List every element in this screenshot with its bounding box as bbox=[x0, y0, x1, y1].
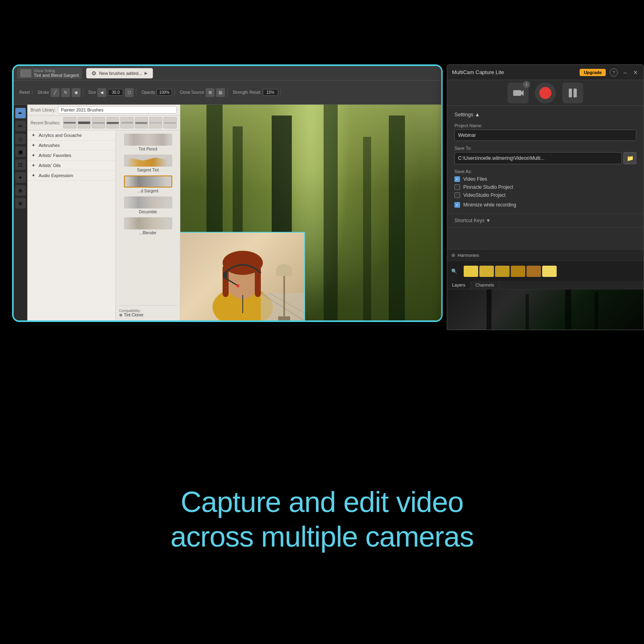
brush-name-chip: Clone Tinting Tint and Blend Sargent bbox=[17, 68, 82, 79]
swatch-3[interactable] bbox=[495, 266, 510, 277]
painter-info-bar: Clone Tinting Tint and Blend Sargent ⚙ N… bbox=[14, 66, 441, 80]
category-audio[interactable]: ✦ Audio Expression bbox=[27, 171, 116, 181]
settings-header: Settings ▲ bbox=[454, 111, 636, 118]
recent-brush-3[interactable] bbox=[92, 117, 105, 128]
clone-source-btn1[interactable]: ⊞ bbox=[206, 88, 215, 97]
recent-brush-8[interactable] bbox=[163, 117, 177, 128]
brush-preview-blend-sargent[interactable]: ...d Sargent bbox=[119, 175, 177, 193]
brush-preview-sargent-tint[interactable]: Sargent Tint bbox=[119, 155, 177, 172]
camera-indicator: 2 bbox=[508, 83, 528, 103]
stroke-btn-2[interactable]: ↻ bbox=[61, 88, 70, 97]
channels-tab[interactable]: Channels bbox=[471, 281, 499, 289]
category-label: Airbrushes bbox=[39, 143, 60, 148]
shape-tool[interactable]: ◇ bbox=[15, 134, 26, 144]
transform-tool[interactable]: ✦ bbox=[15, 172, 26, 183]
save-to-input[interactable] bbox=[454, 152, 622, 164]
help-button[interactable]: ? bbox=[610, 68, 618, 76]
resat-value[interactable]: 15% bbox=[263, 89, 278, 96]
browse-button[interactable]: 📁 bbox=[623, 152, 636, 164]
record-toolbar: 2 bbox=[447, 80, 644, 106]
settings-title: Settings ▲ bbox=[454, 111, 480, 118]
save-to-label: Save To: bbox=[454, 146, 636, 151]
brush-preview-tint-pencil[interactable]: Tint Pencil bbox=[119, 134, 177, 151]
brush-stroke-preview bbox=[124, 134, 172, 146]
caption-line2: across multiple cameras bbox=[170, 519, 473, 554]
svg-rect-12 bbox=[513, 90, 521, 96]
eyedropper-tool[interactable]: ⊕ bbox=[15, 185, 26, 196]
category-oils[interactable]: ✦ Artists' Oils bbox=[27, 161, 116, 171]
svg-point-7 bbox=[236, 284, 239, 287]
category-airbrushes[interactable]: ✦ Airbrushes bbox=[27, 140, 116, 151]
stroke-btn-1[interactable]: ╱ bbox=[51, 88, 60, 97]
brush-preview-name: ...Blender bbox=[139, 231, 157, 235]
stroke-btn-3[interactable]: ◉ bbox=[72, 88, 80, 97]
shortcut-keys-header[interactable]: Shortcut Keys ▼ bbox=[447, 214, 644, 228]
swatch-2[interactable] bbox=[479, 266, 494, 277]
swatch-4[interactable] bbox=[511, 266, 525, 277]
multicam-window: MultiCam Capture Lite Upgrade ? – ✕ 2 bbox=[447, 64, 644, 330]
pinnacle-project-row: Pinnacle Studio Project bbox=[454, 184, 636, 190]
record-button[interactable] bbox=[535, 83, 556, 103]
brush-preview-blender[interactable]: ...Blender bbox=[119, 217, 177, 235]
layers-channels-bar: Layers Channels bbox=[447, 281, 644, 289]
dark-preview: Dana Diamond bbox=[447, 289, 644, 330]
close-button[interactable]: ✕ bbox=[632, 69, 639, 76]
lamp-shade bbox=[276, 264, 292, 276]
resat-label: Resat: bbox=[250, 90, 261, 95]
selection-tool[interactable]: ⊡ bbox=[15, 159, 26, 170]
zoom-tool[interactable]: ⊗ bbox=[15, 198, 26, 208]
minimize-button[interactable]: – bbox=[622, 69, 628, 76]
shortcut-keys-label: Shortcut Keys ▼ bbox=[454, 218, 491, 223]
eyedropper-icon[interactable]: 🔍 bbox=[451, 268, 457, 274]
recent-brush-6[interactable] bbox=[135, 117, 148, 128]
strength-label: Strength bbox=[233, 90, 248, 95]
pinnacle-project-label: Pinnacle Studio Project bbox=[463, 184, 513, 190]
video-files-checkbox[interactable] bbox=[454, 176, 460, 182]
pinnacle-project-checkbox[interactable] bbox=[454, 184, 460, 190]
layers-tab[interactable]: Layers bbox=[447, 281, 471, 289]
lamp bbox=[276, 256, 292, 320]
brush-preview-name: ...d Sargent bbox=[138, 189, 159, 193]
brush-preview-decumble[interactable]: Decumble bbox=[119, 196, 177, 214]
minimize-checkbox[interactable] bbox=[454, 202, 460, 208]
videostudio-project-checkbox[interactable] bbox=[454, 192, 460, 198]
brush-thumbnail bbox=[20, 69, 31, 77]
canvas-area[interactable] bbox=[180, 105, 441, 320]
fill-tool[interactable]: ▣ bbox=[15, 147, 26, 157]
size-icon[interactable]: ⬡ bbox=[125, 88, 134, 97]
upgrade-button[interactable]: Upgrade bbox=[580, 69, 606, 76]
recent-brush-5[interactable] bbox=[120, 117, 134, 128]
videostudio-project-label: VideoStudio Project bbox=[463, 192, 506, 198]
brush-name: Tint and Blend Sargent bbox=[34, 73, 79, 78]
pencil-tool[interactable]: ✏ bbox=[15, 121, 26, 131]
swatch-1[interactable] bbox=[464, 266, 478, 277]
window-title: MultiCam Capture Lite bbox=[452, 69, 576, 75]
stroke-label: Stroke bbox=[37, 90, 49, 95]
brush-preview-name: Tint Pencil bbox=[138, 147, 157, 151]
project-name-input[interactable] bbox=[454, 130, 636, 141]
recent-brush-1[interactable] bbox=[63, 117, 76, 128]
brush-tool[interactable]: ✒ bbox=[15, 108, 26, 118]
size-decrease[interactable]: ◀ bbox=[97, 88, 106, 97]
category-acrylics[interactable]: ✦ Acrylics and Gouache bbox=[27, 130, 116, 140]
recent-brush-2[interactable] bbox=[78, 117, 91, 128]
pause-bar-1 bbox=[569, 89, 572, 97]
video-files-row: Video Files bbox=[454, 176, 636, 182]
new-brushes-popup[interactable]: ⚙ New brushes added... ▶ bbox=[86, 68, 153, 78]
brush-preview-name: Decumble bbox=[139, 210, 157, 214]
pause-button[interactable] bbox=[562, 83, 583, 103]
swatch-5[interactable] bbox=[526, 266, 541, 277]
category-favorites[interactable]: ✦ Artists' Favorites bbox=[27, 151, 116, 161]
opacity-value[interactable]: 100% bbox=[157, 89, 172, 96]
swatch-6[interactable] bbox=[542, 266, 557, 277]
size-value[interactable]: 30.0 bbox=[108, 89, 123, 96]
brush-stroke-preview bbox=[124, 155, 172, 167]
brush-stroke-preview bbox=[124, 217, 172, 229]
tablet-frame: Clone Tinting Tint and Blend Sargent ⚙ N… bbox=[12, 64, 443, 322]
painter-app: Clone Tinting Tint and Blend Sargent ⚙ N… bbox=[14, 66, 441, 320]
clone-source-btn2[interactable]: ▨ bbox=[216, 88, 225, 97]
recent-brush-4[interactable] bbox=[106, 117, 120, 128]
recent-brush-7[interactable] bbox=[149, 117, 163, 128]
category-icon: ✦ bbox=[31, 163, 35, 168]
brush-library-select[interactable]: Painter 2021 Brushes bbox=[58, 106, 177, 114]
